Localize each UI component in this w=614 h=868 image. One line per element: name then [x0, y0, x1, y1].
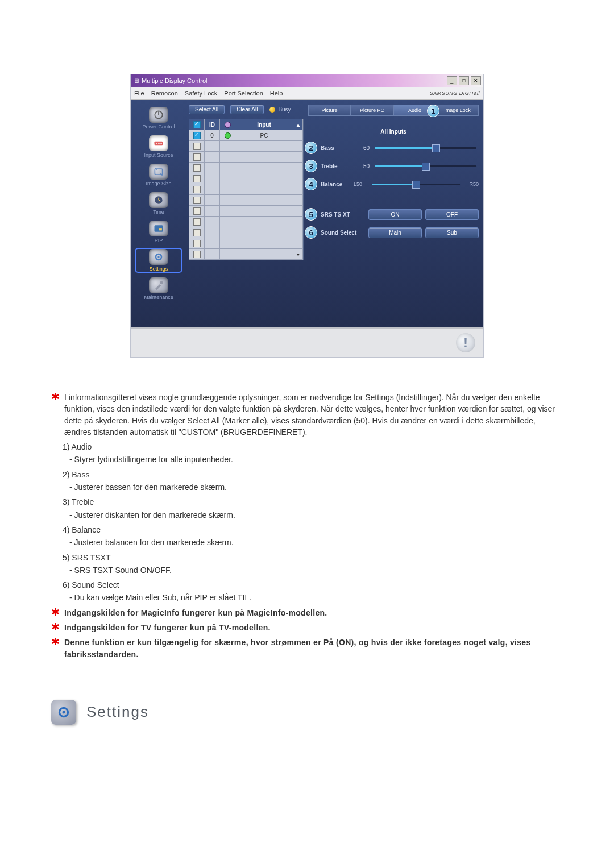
tab-picture-pc[interactable]: Picture PC: [351, 105, 393, 116]
scroll-track[interactable]: [293, 238, 303, 248]
bass-value: 60: [354, 145, 370, 151]
col-header-chk[interactable]: [189, 119, 205, 130]
close-button[interactable]: ✕: [471, 76, 481, 85]
table-row[interactable]: 0PC: [189, 130, 303, 141]
menu-help[interactable]: Help: [270, 90, 283, 97]
sidebar-item-settings[interactable]: Settings: [135, 248, 182, 273]
settings-tabs: Picture Picture PC Audio 1 Image Lock: [308, 105, 479, 116]
row-checkbox[interactable]: [189, 227, 205, 238]
table-row[interactable]: [189, 227, 303, 238]
tab-picture[interactable]: Picture: [308, 105, 351, 116]
table-row[interactable]: [189, 141, 303, 152]
table-row[interactable]: ▾: [189, 249, 303, 260]
callout-badge-3: 3: [305, 160, 317, 172]
sidebar-item-label: Power Control: [142, 124, 175, 130]
menu-port-selection[interactable]: Port Selection: [224, 90, 263, 97]
app-icon: 🖥: [133, 77, 139, 84]
maximize-button[interactable]: □: [459, 76, 469, 85]
row-checkbox[interactable]: [189, 130, 205, 140]
row-input: PC: [235, 130, 293, 140]
row-checkbox[interactable]: [189, 195, 205, 205]
list-item: 3) Treble- Justerer diskanten for den ma…: [63, 496, 563, 521]
scroll-up[interactable]: ▴: [293, 119, 303, 130]
treble-slider[interactable]: [375, 165, 476, 167]
busy-indicator: Busy: [269, 106, 291, 113]
scroll-track[interactable]: [293, 152, 303, 162]
svg-rect-5: [160, 143, 162, 144]
callout-badge-6: 6: [305, 226, 317, 239]
sidebar-item-label: Time: [153, 209, 164, 215]
callout-badge-1: 1: [427, 105, 439, 117]
scroll-track[interactable]: [293, 130, 303, 140]
srs-off-button[interactable]: OFF: [425, 209, 479, 220]
table-row[interactable]: [189, 184, 303, 195]
tab-audio[interactable]: Audio 1: [393, 105, 436, 116]
table-row[interactable]: [189, 206, 303, 217]
sidebar-item-pip[interactable]: PIP: [135, 219, 182, 244]
balance-right: R50: [466, 181, 479, 187]
row-led-icon: [220, 249, 235, 259]
scroll-track[interactable]: [293, 173, 303, 184]
power-icon: [149, 107, 168, 123]
row-led-icon: [220, 238, 235, 248]
sidebar-item-label: Image Size: [146, 181, 171, 186]
srs-on-button[interactable]: ON: [368, 209, 422, 220]
svg-rect-3: [156, 143, 157, 144]
table-row[interactable]: [189, 195, 303, 206]
col-header-led[interactable]: [220, 119, 235, 130]
sound-main-button[interactable]: Main: [368, 227, 422, 238]
tab-image-lock[interactable]: Image Lock: [436, 105, 479, 116]
row-input: [235, 173, 293, 184]
table-row[interactable]: [189, 163, 303, 173]
select-all-button[interactable]: Select All: [189, 105, 225, 114]
srs-row: 5 SRS TS XT ON OFF: [308, 208, 479, 221]
clear-all-button[interactable]: Clear All: [230, 105, 264, 114]
sidebar-item-image-size[interactable]: Image Size: [135, 163, 182, 188]
sidebar-item-power-control[interactable]: Power Control: [135, 106, 182, 131]
row-input: [235, 249, 293, 259]
row-checkbox[interactable]: [189, 173, 205, 184]
app-window: 🖥 Multiple Display Control _ □ ✕ File Re…: [130, 74, 484, 358]
row-checkbox[interactable]: [189, 217, 205, 227]
balance-slider[interactable]: [372, 184, 460, 185]
row-checkbox[interactable]: [189, 163, 205, 173]
row-id: [205, 217, 220, 227]
warning-icon[interactable]: !: [456, 333, 475, 352]
time-icon: [149, 192, 168, 208]
callout-badge-5: 5: [305, 208, 317, 221]
sound-sub-button[interactable]: Sub: [425, 227, 479, 238]
menu-file[interactable]: File: [134, 90, 144, 97]
sidebar-item-time[interactable]: Time: [135, 191, 182, 216]
scroll-track[interactable]: ▾: [293, 249, 303, 259]
minimize-button[interactable]: _: [447, 76, 457, 85]
bass-slider[interactable]: [375, 147, 476, 149]
table-row[interactable]: [189, 152, 303, 163]
row-checkbox[interactable]: [189, 152, 205, 162]
row-checkbox[interactable]: [189, 184, 205, 194]
list-item: 5) SRS TSXT- SRS TSXT Sound ON/OFF.: [63, 552, 563, 576]
row-checkbox[interactable]: [189, 249, 205, 259]
scroll-track[interactable]: [293, 141, 303, 151]
titlebar[interactable]: 🖥 Multiple Display Control _ □ ✕: [131, 74, 483, 87]
menu-safety-lock[interactable]: Safety Lock: [185, 90, 217, 97]
col-header-input[interactable]: Input: [235, 119, 293, 130]
menu-remocon[interactable]: Remocon: [151, 90, 178, 97]
sidebar-item-maintenance[interactable]: Maintenance: [135, 276, 182, 301]
table-row[interactable]: [189, 238, 303, 249]
scroll-track[interactable]: [293, 195, 303, 205]
table-row[interactable]: [189, 173, 303, 184]
status-bar: !: [131, 327, 483, 357]
row-checkbox[interactable]: [189, 206, 205, 216]
row-input: [235, 163, 293, 173]
scroll-track[interactable]: [293, 217, 303, 227]
sidebar-item-input-source[interactable]: Input Source: [135, 134, 182, 159]
row-checkbox[interactable]: [189, 238, 205, 248]
scroll-track[interactable]: [293, 163, 303, 173]
scroll-track[interactable]: [293, 227, 303, 238]
input-source-icon: [149, 135, 168, 151]
row-checkbox[interactable]: [189, 141, 205, 151]
scroll-track[interactable]: [293, 184, 303, 194]
col-header-id[interactable]: ID: [205, 119, 220, 130]
table-row[interactable]: [189, 217, 303, 227]
scroll-track[interactable]: [293, 206, 303, 216]
